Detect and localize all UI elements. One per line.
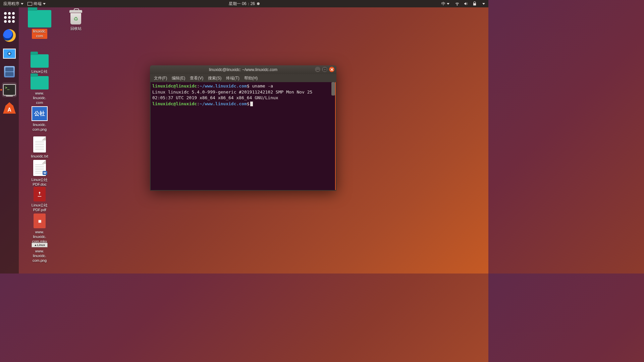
chevron-down-icon [482,3,485,5]
video-file-icon: ▦ [34,214,46,228]
apps-grid-icon [4,12,15,23]
menu-view[interactable]: 查看(V) [188,75,205,82]
desktop-icon-trash[interactable]: ♻ 回收站 [59,10,93,32]
desktop-icon-label: linuxidc.txt [30,154,49,159]
trash-icon: ♻ [69,10,82,25]
desktop-icon-mkv[interactable]: ▦ www. linuxidc. com.mkv [23,214,56,244]
text-file-icon [33,136,46,153]
terminal-line: linuxidc@linuxidc:~/www.linuxidc.com$ [152,101,333,107]
software-center-icon [3,102,16,114]
menu-help[interactable]: 帮助(H) [242,75,260,82]
applications-label: 应用程序 [3,1,19,7]
pdf-file-icon [34,187,46,201]
prompt-path: ~/www.linuxidc.com [200,101,247,106]
files-icon [4,66,15,77]
dock-firefox[interactable] [2,28,17,43]
prompt-end: $ [247,83,250,88]
desktop-icon-folder-www[interactable]: www. linuxidc. com [23,76,56,105]
ime-label: 中 [441,1,445,7]
desktop-icon-label: www. linuxidc. com.png [32,249,48,263]
menu-file[interactable]: 文件(F) [152,75,169,82]
desktop-icon-folder-linuxidc[interactable]: linuxidc. com [23,10,56,39]
terminal-icon [3,84,16,96]
image-thumb-icon: ▲Linux [32,243,48,247]
terminal-cmd: uname -a [250,83,273,88]
menu-edit[interactable]: 编辑(E) [170,75,187,82]
dock [0,7,19,274]
active-app-menu[interactable]: 终端 [26,1,47,7]
terminal-output: Linux linuxidc 5.4.0-999-generic #201911… [152,89,333,101]
chevron-down-icon [21,3,23,5]
minimize-button[interactable] [315,67,320,72]
cursor-icon [250,102,253,106]
maximize-button[interactable] [322,67,327,72]
desktop-icon-label: 回收站 [69,26,83,32]
top-panel-right: 中 [440,1,486,7]
dock-software[interactable] [2,101,17,115]
menu-search[interactable]: 搜索(S) [206,75,223,82]
dock-apps-grid[interactable] [2,10,17,25]
terminal-menubar: 文件(F) 编辑(E) 查看(V) 搜索(S) 终端(T) 帮助(H) [150,74,336,82]
window-controls [315,67,334,72]
menu-terminal[interactable]: 终端(T) [224,75,241,82]
window-title: linuxidc@linuxidc: ~/www.linuxidc.com [209,67,277,72]
desktop-icon-label: www. linuxidc. com.mkv [31,230,48,244]
svg-rect-0 [323,68,326,70]
desktop-icon-label: linuxidc. com.png [32,122,48,132]
desktop-icon-image-png[interactable]: 公社 linuxidc. com.png [23,106,56,132]
dock-terminal[interactable] [2,82,17,97]
system-menu[interactable] [481,3,486,5]
image-thumb-icon: 公社 [32,106,48,121]
scrollbar-thumb[interactable] [331,82,335,96]
running-indicator-icon [0,89,2,91]
desktop[interactable]: ♻ 回收站 linuxidc. com Linux公社 www. linuxid… [19,7,488,274]
lock-icon[interactable] [472,1,477,6]
active-app-label: 终端 [34,1,42,7]
clock-label: 星期一 06：26 [229,1,255,7]
desktop-icon-label: Linux公社 PDF.pdf [31,203,49,213]
folder-icon [31,54,49,68]
desktop-icon-png2[interactable]: ▲Linux www. linuxidc. com.png [23,243,56,263]
terminal-icon [28,2,32,6]
clock-area[interactable]: 星期一 06：26 [229,1,260,7]
prompt-sep: : [197,101,200,106]
notification-dot-icon [257,2,260,5]
chevron-down-icon [447,3,449,5]
terminal-window[interactable]: linuxidc@linuxidc: ~/www.linuxidc.com 文件… [150,65,336,191]
prompt-user: linuxidc@linuxidc [152,101,197,106]
chevron-down-icon [43,3,46,5]
desktop-icon-label: www. linuxidc. com [32,91,47,105]
applications-menu[interactable]: 应用程序 [2,1,25,7]
prompt-user: linuxidc@linuxidc [152,83,197,88]
close-button[interactable] [329,67,334,72]
prompt-end: $ [247,101,250,106]
prompt-sep: : [197,83,200,88]
wifi-icon[interactable] [455,1,460,6]
desktop-icon-doc[interactable]: W Linux公社 PDF.doc [23,160,56,187]
top-panel-left: 应用程序 终端 [2,1,47,7]
desktop-icon-pdf[interactable]: Linux公社 PDF.pdf [23,187,56,213]
window-titlebar[interactable]: linuxidc@linuxidc: ~/www.linuxidc.com [150,65,336,74]
screenshot-icon [3,49,16,59]
desktop-icon-label: linuxidc. com [32,29,47,39]
volume-icon[interactable] [464,1,468,6]
input-method-indicator[interactable]: 中 [440,1,451,7]
prompt-path: ~/www.linuxidc.com [200,83,247,88]
terminal-line: linuxidc@linuxidc:~/www.linuxidc.com$ un… [152,83,333,89]
dock-screenshot[interactable] [2,46,17,61]
desktop-icon-folder-linuxgongshe[interactable]: Linux公社 [23,54,56,74]
top-panel: 应用程序 终端 星期一 06：26 中 [0,0,488,7]
doc-file-icon: W [33,160,46,176]
desktop-icon-text[interactable]: linuxidc.txt [23,136,56,159]
terminal-body[interactable]: linuxidc@linuxidc:~/www.linuxidc.com$ un… [151,82,336,190]
dock-files[interactable] [2,64,17,79]
desktop-icon-label: Linux公社 PDF.doc [31,177,49,187]
folder-icon [28,10,51,27]
firefox-icon [3,29,16,42]
folder-icon [31,76,49,89]
